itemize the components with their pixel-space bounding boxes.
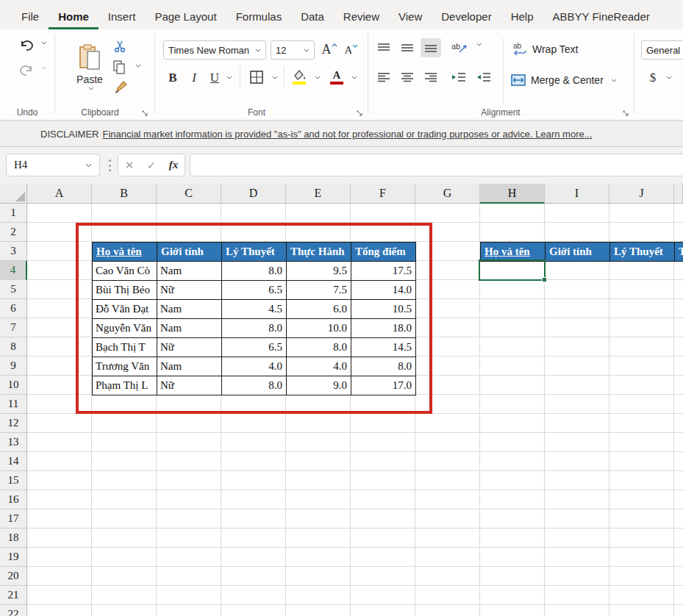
column-header-G[interactable]: G: [415, 184, 480, 204]
row-header-19[interactable]: 19: [0, 548, 27, 567]
row-header-15[interactable]: 15: [0, 471, 27, 490]
redo-dropdown[interactable]: [38, 66, 47, 70]
redo-button[interactable]: [18, 62, 35, 79]
copy-dropdown[interactable]: [132, 64, 141, 68]
accounting-format-button[interactable]: $: [646, 69, 660, 87]
mini-separator: [240, 66, 240, 88]
align-left-button[interactable]: [373, 68, 394, 87]
decrease-font-size-button[interactable]: A: [343, 41, 360, 59]
align-bottom-button[interactable]: [421, 38, 441, 57]
bold-button[interactable]: B: [165, 69, 181, 87]
underline-dropdown[interactable]: [224, 76, 232, 79]
select-all-corner[interactable]: [0, 184, 27, 204]
align-right-icon: [424, 72, 437, 82]
group-separator: [54, 34, 55, 113]
cancel-icon[interactable]: ✕: [125, 159, 135, 172]
borders-button[interactable]: [247, 68, 266, 87]
fill-color-button[interactable]: [290, 66, 309, 87]
paste-button[interactable]: Paste: [71, 35, 109, 99]
align-middle-button[interactable]: [397, 38, 418, 57]
row-header-16[interactable]: 16: [0, 490, 27, 509]
tab-insert[interactable]: Insert: [99, 6, 146, 29]
align-top-button[interactable]: [373, 38, 394, 57]
tab-developer[interactable]: Developer: [432, 6, 501, 29]
tab-page-layout[interactable]: Page Layout: [145, 6, 226, 29]
column-header-D[interactable]: D: [221, 184, 286, 204]
row-header-2[interactable]: 2: [0, 223, 27, 242]
tab-formulas[interactable]: Formulas: [226, 6, 292, 29]
tab-abbyy-finereader[interactable]: ABBYY FineReader: [543, 6, 659, 29]
row-header-17[interactable]: 17: [0, 509, 27, 529]
row-header-12[interactable]: 12: [0, 414, 27, 433]
row-header-20[interactable]: 20: [0, 567, 27, 586]
row-header-10[interactable]: 10: [0, 376, 27, 395]
copy-button[interactable]: [110, 59, 128, 75]
row-header-1[interactable]: 1: [0, 204, 27, 223]
column-header-H[interactable]: H: [480, 184, 545, 204]
font-color-dropdown[interactable]: [348, 76, 357, 79]
alignment-dialog-launcher[interactable]: [622, 107, 631, 116]
column-header-I[interactable]: I: [545, 184, 609, 204]
column-header-E[interactable]: E: [286, 184, 351, 204]
row-header-4[interactable]: 4: [0, 261, 27, 280]
font-color-button[interactable]: A: [328, 66, 346, 87]
fill-color-dropdown[interactable]: [312, 76, 321, 79]
name-box[interactable]: H4: [6, 154, 100, 176]
decrease-indent-button[interactable]: [448, 68, 469, 87]
wrap-text-button[interactable]: ab Wrap Text: [512, 40, 579, 59]
column-header-J[interactable]: J: [609, 184, 674, 204]
tab-file[interactable]: File: [12, 6, 49, 29]
row-header-6[interactable]: 6: [0, 299, 27, 318]
accounting-format-dropdown[interactable]: [663, 76, 672, 79]
tab-view[interactable]: View: [389, 6, 432, 29]
column-header-C[interactable]: C: [157, 184, 221, 204]
italic-button[interactable]: I: [187, 69, 201, 87]
active-cell-selection[interactable]: [479, 259, 546, 281]
font-size-combo[interactable]: 12: [271, 40, 315, 60]
column-headers: ABCDEFGHIJ: [0, 184, 683, 204]
borders-dropdown[interactable]: [269, 76, 278, 79]
column-header-B[interactable]: B: [92, 184, 157, 204]
merge-center-button[interactable]: Merge & Center: [510, 71, 617, 90]
row-header-22[interactable]: 22: [0, 605, 27, 616]
row-header-5[interactable]: 5: [0, 280, 27, 299]
row-header-8[interactable]: 8: [0, 337, 27, 357]
orientation-dropdown[interactable]: [473, 43, 482, 46]
format-painter-button[interactable]: [112, 79, 129, 96]
tab-review[interactable]: Review: [334, 6, 389, 29]
row-header-9[interactable]: 9: [0, 357, 27, 376]
undo-dropdown[interactable]: [38, 41, 47, 45]
align-center-button[interactable]: [397, 68, 418, 87]
row-header-11[interactable]: 11: [0, 395, 27, 414]
orientation-button[interactable]: ab: [448, 38, 471, 57]
column-header-A[interactable]: A: [27, 184, 92, 204]
row-header-18[interactable]: 18: [0, 529, 27, 548]
row-header-21[interactable]: 21: [0, 586, 27, 605]
formula-input[interactable]: [190, 154, 683, 176]
tab-data[interactable]: Data: [291, 6, 334, 29]
undo-button[interactable]: [18, 37, 35, 54]
formula-bar-resizer[interactable]: [107, 157, 112, 173]
increase-indent-button[interactable]: [473, 68, 494, 87]
enter-icon[interactable]: ✓: [147, 159, 157, 172]
column-header-sliver[interactable]: [674, 184, 683, 204]
font-name-combo[interactable]: Times New Roman: [163, 40, 266, 60]
clipboard-dialog-launcher[interactable]: [141, 107, 150, 116]
svg-text:ab: ab: [513, 42, 522, 50]
increase-font-size-button[interactable]: A: [321, 40, 338, 59]
disclaimer-link[interactable]: Financial market information is provided…: [102, 129, 592, 140]
cut-button[interactable]: [112, 38, 129, 54]
tab-home[interactable]: Home: [49, 6, 99, 29]
underline-button[interactable]: U: [207, 69, 222, 87]
insert-function-icon[interactable]: fx: [169, 159, 179, 171]
column-header-F[interactable]: F: [351, 184, 415, 204]
row-header-3[interactable]: 3: [0, 242, 27, 261]
row-header-14[interactable]: 14: [0, 452, 27, 471]
fill-handle[interactable]: [542, 277, 547, 282]
number-format-combo[interactable]: General: [641, 40, 683, 60]
tab-help[interactable]: Help: [501, 6, 543, 29]
font-dialog-launcher[interactable]: [356, 107, 365, 116]
row-header-13[interactable]: 13: [0, 433, 27, 452]
row-header-7[interactable]: 7: [0, 318, 27, 337]
align-right-button[interactable]: [421, 68, 441, 87]
